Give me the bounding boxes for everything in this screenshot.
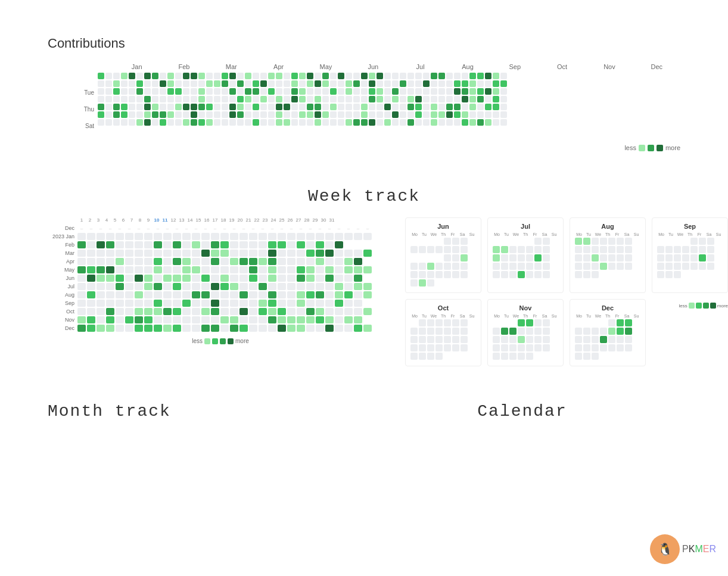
contrib-cell [245,111,251,118]
contrib-cell [198,80,205,87]
wt-day-cell: – [344,225,353,232]
contributions-cells [98,73,680,126]
wt-day-cell [259,266,267,273]
wt-day-cell [249,300,257,307]
contrib-cell [136,104,143,110]
wt-day-cell [363,241,372,248]
wt-day-cell [344,283,353,290]
contrib-cell [136,73,143,79]
wt-day-cell [220,291,229,298]
contrib-cell [268,111,275,118]
wt-day-cell [354,325,362,332]
contrib-cell [500,104,507,110]
contrib-cell [299,96,306,102]
contrib-cell [113,96,120,102]
contrib-cell [407,104,414,110]
wt-row-label: Sep [48,300,77,306]
contrib-week [229,73,236,126]
wt-day-cell [335,325,343,332]
contrib-cell [407,73,414,79]
wt-day-cell [201,241,210,248]
wt-day-cell [363,233,372,240]
contrib-week [222,73,228,126]
contrib-cell [183,73,189,79]
contrib-cell [121,119,127,126]
wt-day-cell [144,241,153,248]
contrib-cell [477,80,484,87]
contrib-cell [98,119,104,126]
mini-month-jun: Jun MoTuWeThFrSaSu [405,217,481,293]
contrib-cell [438,80,445,87]
contrib-cell [407,80,414,87]
contrib-cell [237,111,244,118]
contrib-cell [477,104,484,110]
wt-day-cell: – [335,225,343,232]
contrib-cell [400,88,406,95]
wt-day-cell: – [259,225,267,232]
wt-day-cell [363,283,372,290]
contrib-cell [198,73,205,79]
wt-row-label: Dec [48,225,77,231]
wt-day-cell [154,308,162,315]
wt-day-cell [335,241,343,248]
contrib-cell [260,119,267,126]
contrib-cell [276,111,282,118]
contrib-cell [400,96,406,102]
wt-day-cell [297,300,305,307]
contrib-cell [377,80,383,87]
contrib-cell [469,73,476,79]
contrib-cell [121,111,127,118]
contrib-cell [129,119,135,126]
contrib-cell [392,111,399,118]
wt-day-cell [192,233,200,240]
contrib-cell [268,119,275,126]
legend-box-c3 [648,145,654,151]
wt-day-cell: – [211,225,219,232]
contrib-cell [423,96,430,102]
contrib-cell [392,96,399,102]
contrib-cell [198,104,205,110]
contrib-cell [469,80,476,87]
wt-day-cell [154,250,162,257]
wt-day-cell [239,300,248,307]
contrib-cell [384,96,391,102]
contrib-cell [113,88,120,95]
contrib-cell [415,73,422,79]
wt-day-cell [335,275,343,282]
contrib-cell [129,104,135,110]
contrib-cell [175,73,182,79]
wt-day-cell [306,291,315,298]
contrib-cell [315,80,321,87]
wt-day-cell [201,250,210,257]
contrib-week [237,73,244,126]
contrib-cell [191,111,197,118]
contrib-week [377,73,383,126]
wt-day-cell [125,325,133,332]
contrib-cell [346,88,352,95]
contrib-cell [198,96,205,102]
wt-day-cell [363,258,372,265]
contrib-cell [183,96,189,102]
contrib-week [276,73,282,126]
wt-day-cell [163,291,172,298]
wt-month-row: Apr [48,258,393,265]
month-jun: Jun [350,63,397,70]
wt-day-cell: – [97,225,105,232]
contrib-cell [338,96,344,102]
wt-day-cell [325,241,334,248]
contrib-cell [315,111,321,118]
contrib-week [438,73,445,126]
contrib-cell [377,119,383,126]
wt-day-cell [173,241,181,248]
wt-day-cell [182,275,191,282]
wt-row-label: Dec [48,325,77,331]
wt-day-cell [97,275,105,282]
contrib-week [191,73,197,126]
wt-day-cell [239,291,248,298]
contrib-cell [136,96,143,102]
contrib-week [284,73,290,126]
wt-day-cell [220,283,229,290]
contrib-cell [284,73,290,79]
contrib-cell [346,104,352,110]
wt-day-cell [278,275,286,282]
